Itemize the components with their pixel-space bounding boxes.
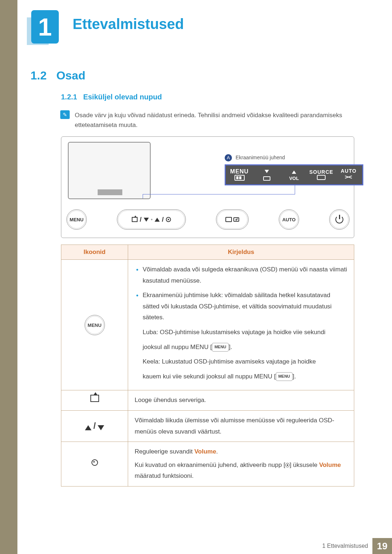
- power-button: [329, 209, 350, 230]
- target-icon: [166, 217, 171, 222]
- chapter-title: Ettevalmistused: [73, 16, 184, 32]
- page-footer: 1 Ettevalmistused 19: [0, 538, 392, 554]
- upload-icon: [90, 395, 99, 402]
- menu-keela-pre: Keela: Lukustatud OSD-juhtimise avamisek…: [143, 358, 316, 365]
- panel-menu-label: MENU: [226, 168, 253, 175]
- monitor-icon: [225, 217, 232, 222]
- guide-marker-a: A: [225, 154, 232, 161]
- menu-button: MENU: [66, 209, 87, 230]
- auto-button: AUTO: [279, 209, 299, 230]
- menu-luba-post-pre: jooksul all nuppu MENU [: [143, 344, 212, 350]
- menu-bars-icon: [234, 175, 245, 181]
- section-title: Osad: [56, 69, 85, 82]
- triangle-up-icon: [155, 218, 160, 222]
- osd-guide-panel: MENU VOL SOURCE AUTO: [225, 164, 363, 185]
- enter-icon: [317, 175, 326, 180]
- connector-line-h: [143, 194, 295, 194]
- slash-text: /: [93, 421, 96, 431]
- note-text: Osade värv ja kuju võivad näidatust erin…: [75, 110, 354, 130]
- target-l2-post: ] üksusele: [290, 461, 319, 468]
- menu-li1: Võimaldab avada või sulgeda ekraanikuva …: [135, 264, 347, 286]
- icons-description-table: Ikoonid Kirjeldus MENU Võimaldab avada v…: [61, 245, 354, 487]
- footer-page-number: 19: [372, 538, 392, 554]
- diagram-box: A Ekraanimenüü juhend MENU VOL SOURCE AU…: [61, 136, 354, 238]
- triangle-down-icon: [144, 218, 149, 222]
- target-inline-icon: [285, 463, 290, 467]
- upload-icon: [132, 217, 138, 222]
- front-buttons-row: MENU / / AUTO: [66, 209, 350, 230]
- triangle-up-icon: [85, 425, 91, 430]
- power-icon: [335, 216, 343, 223]
- connector-line: [295, 185, 295, 194]
- monitor-stand: [98, 189, 122, 196]
- subsection-title: Esiküljel olevad nupud: [83, 93, 162, 101]
- panel-vol-label: VOL: [280, 176, 307, 181]
- th-icons: Ikoonid: [61, 245, 128, 260]
- osd-guide-label: A Ekraanimenüü juhend: [225, 154, 285, 161]
- auto-cross-icon: [345, 174, 352, 181]
- panel-auto: AUTO: [335, 168, 362, 182]
- panel-up: VOL: [280, 169, 307, 181]
- panel-auto-label: AUTO: [335, 168, 362, 174]
- chapter-number-tab: 1: [31, 10, 59, 44]
- cell-target-desc: Reguleerige suvandit Volume. Kui kuvatud…: [128, 442, 354, 487]
- footer-chapter-ref: 1 Ettevalmistused: [322, 543, 372, 549]
- cell-menu-icon: MENU: [61, 260, 128, 390]
- th-desc: Kirjeldus: [128, 245, 354, 260]
- cell-updown-desc: Võimaldab liikuda ülemisse või alumisse …: [128, 410, 354, 442]
- menu-luba-post-post: ].: [229, 344, 232, 350]
- source-button-group: [216, 209, 249, 230]
- menu-inline-icon: MENU: [276, 372, 293, 381]
- target-l2-end: määratud funktsiooni.: [135, 472, 194, 479]
- section-heading: 1.2 Osad: [30, 69, 85, 82]
- panel-source: SOURCE: [308, 169, 335, 181]
- target-icon: [91, 459, 98, 466]
- cell-upload-desc: Looge ühendus serveriga.: [128, 390, 354, 411]
- box-icon: [263, 176, 270, 181]
- cell-updown-icon: /: [61, 410, 128, 442]
- menu-round-icon: MENU: [85, 315, 105, 335]
- nav-button-group: / /: [117, 209, 186, 230]
- target-l1-vol: Volume: [194, 448, 216, 455]
- panel-down: [253, 168, 280, 182]
- target-l1-post: .: [216, 448, 218, 455]
- menu-li2-text: Ekraanimenüü juhtimise lukk: võimaldab s…: [143, 292, 332, 321]
- note-icon: ✎: [60, 110, 70, 119]
- slash-text: /: [140, 216, 142, 223]
- source-return-icon: [233, 217, 239, 222]
- menu-li2: Ekraanimenüü juhtimise lukk: võimaldab s…: [135, 290, 347, 382]
- cell-target-icon: [61, 442, 128, 487]
- menu-inline-icon: MENU: [212, 343, 229, 352]
- guide-text: Ekraanimenüü juhend: [236, 155, 285, 160]
- panel-source-label: SOURCE: [308, 169, 335, 175]
- target-l2-vol: Volume: [319, 461, 341, 468]
- side-strip: [0, 0, 17, 554]
- panel-menu: MENU: [226, 168, 253, 182]
- cell-menu-desc: Võimaldab avada või sulgeda ekraanikuva …: [128, 260, 354, 390]
- slash-text: /: [162, 216, 164, 223]
- triangle-down-icon: [265, 170, 269, 173]
- subsection-heading: 1.2.1 Esiküljel olevad nupud: [61, 93, 162, 101]
- menu-keela-post-pre: kauem kui viie sekundi jooksul all nuppu…: [143, 373, 276, 380]
- menu-keela-post-post: ].: [293, 373, 296, 380]
- menu-luba-pre: Luba: OSD-juhtimise lukustamiseks vajuta…: [143, 329, 326, 336]
- triangle-down-icon: [98, 425, 104, 430]
- section-number: 1.2: [30, 69, 46, 82]
- target-l2-pre: Kui kuvatud on ekraanimenüü juhend, akti…: [135, 461, 285, 468]
- target-l1-pre: Reguleerige suvandit: [135, 448, 194, 455]
- connector-line-v2: [143, 194, 143, 198]
- cell-upload-icon: [61, 390, 128, 411]
- dot-icon: [151, 219, 152, 220]
- triangle-up-icon: [292, 171, 296, 174]
- subsection-number: 1.2.1: [61, 93, 77, 101]
